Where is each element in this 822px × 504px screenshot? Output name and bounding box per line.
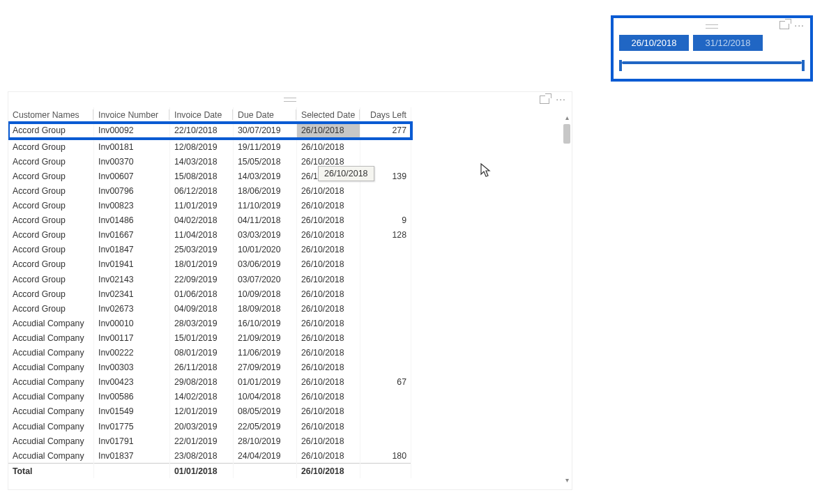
cell-days-left[interactable] [360,330,411,345]
cell-invoice-date[interactable]: 23/08/2018 [170,448,234,464]
focus-mode-icon[interactable] [540,96,549,104]
cell-invoice-date[interactable]: 15/08/2018 [170,169,234,183]
cell-invoice-date[interactable]: 22/09/2019 [170,272,234,287]
col-customer-names[interactable]: Customer Names [8,107,94,123]
slider-thumb-right[interactable] [802,60,805,71]
cell-selected-date[interactable]: 26/10/2018 [297,183,360,198]
cell-invoice[interactable]: Inv01941 [94,257,170,272]
cell-days-left[interactable] [360,434,411,448]
col-invoice-date[interactable]: Invoice Date [170,107,234,123]
cell-customer[interactable]: Accord Group [8,123,94,139]
cell-invoice[interactable]: Inv02143 [94,272,170,287]
cell-invoice[interactable]: Inv01549 [94,404,170,419]
table-row[interactable]: Accord GroupInv0166711/04/201803/03/2019… [8,228,411,243]
cell-due-date[interactable]: 11/06/2019 [234,346,297,360]
table-row[interactable]: Accudial CompanyInv0001028/03/201916/10/… [8,316,411,330]
cell-selected-date[interactable]: 26/10/2018 [297,419,360,434]
cell-invoice-date[interactable]: 28/03/2019 [170,316,234,330]
cell-customer[interactable]: Accord Group [8,228,94,243]
cell-invoice-date[interactable]: 11/01/2019 [170,199,234,213]
cell-invoice[interactable]: Inv01837 [94,448,170,464]
cell-customer[interactable]: Accudial Company [8,434,94,448]
cell-selected-date[interactable]: 26/10/2018 [297,272,360,287]
cell-days-left[interactable]: 277 [360,123,411,139]
slicer-header[interactable]: ··· [619,21,805,32]
cell-invoice-date[interactable]: 12/01/2019 [170,404,234,419]
table-row[interactable]: Accudial CompanyInv0042329/08/201801/01/… [8,375,411,390]
cell-selected-date[interactable]: 26/10/2018 [297,360,360,375]
cell-selected-date[interactable]: 26/10/2018 [297,448,360,464]
cell-customer[interactable]: Accudial Company [8,360,94,375]
cell-invoice-date[interactable]: 06/12/2018 [170,183,234,198]
col-invoice-number[interactable]: Invoice Number [94,107,170,123]
table-row[interactable]: Accord GroupInv0234101/06/201810/09/2018… [8,287,411,301]
cell-due-date[interactable]: 03/07/2020 [234,272,297,287]
cell-selected-date[interactable]: 26/10/2018 [297,228,360,243]
cell-selected-date[interactable]: 26/10/2018 [297,375,360,390]
slicer-end-date-input[interactable]: 31/12/2018 [693,35,763,51]
cell-customer[interactable]: Accord Group [8,139,94,155]
cell-days-left[interactable]: 9 [360,213,411,228]
cell-invoice[interactable]: Inv00181 [94,139,170,155]
cell-invoice-date[interactable]: 29/08/2018 [170,375,234,390]
table-header[interactable]: ··· [8,92,572,108]
table-row[interactable]: Accudial CompanyInv0011715/01/201921/09/… [8,330,411,345]
cell-due-date[interactable]: 21/09/2019 [234,330,297,345]
cell-due-date[interactable]: 18/09/2018 [234,301,297,316]
cell-selected-date[interactable]: 26/10/2018 [297,243,360,257]
cell-customer[interactable]: Accudial Company [8,330,94,345]
cell-days-left[interactable] [360,287,411,301]
scroll-down-arrow-icon[interactable]: ▾ [563,477,570,484]
cell-customer[interactable]: Accord Group [8,287,94,301]
cell-customer[interactable]: Accord Group [8,154,94,169]
cell-selected-date[interactable]: 26/10/2018 [297,301,360,316]
cell-selected-date[interactable]: 26/10/2018 [297,257,360,272]
cell-customer[interactable]: Accudial Company [8,390,94,404]
cell-invoice-date[interactable]: 20/03/2019 [170,419,234,434]
cell-invoice-date[interactable]: 14/03/2018 [170,154,234,169]
cell-invoice-date[interactable]: 26/11/2018 [170,360,234,375]
cell-selected-date[interactable]: 26/10/2018 [297,390,360,404]
cell-selected-date[interactable]: 26/10/2018 [297,330,360,345]
cell-due-date[interactable]: 15/05/2018 [234,154,297,169]
cell-days-left[interactable] [360,199,411,213]
cell-due-date[interactable]: 08/05/2019 [234,404,297,419]
cell-customer[interactable]: Accord Group [8,301,94,316]
cell-selected-date[interactable]: 26/10/2018 [297,139,360,155]
cell-customer[interactable]: Accord Group [8,199,94,213]
cell-invoice[interactable]: Inv02341 [94,287,170,301]
more-options-icon[interactable]: ··· [556,93,566,105]
cell-invoice-date[interactable]: 22/10/2018 [170,123,234,139]
cell-invoice[interactable]: Inv00092 [94,123,170,139]
cell-customer[interactable]: Accudial Company [8,316,94,330]
cell-due-date[interactable]: 03/06/2019 [234,257,297,272]
cell-invoice-date[interactable]: 12/08/2019 [170,139,234,155]
table-row[interactable]: Accudial CompanyInv0177520/03/201922/05/… [8,419,411,434]
table-row[interactable]: Accudial CompanyInv0022208/01/201911/06/… [8,346,411,360]
cell-invoice-date[interactable]: 08/01/2019 [170,346,234,360]
cell-days-left[interactable] [360,390,411,404]
cell-selected-date[interactable]: 26/10/2018 [297,346,360,360]
cell-due-date[interactable]: 14/03/2019 [234,169,297,183]
cell-invoice[interactable]: Inv02673 [94,301,170,316]
cell-invoice[interactable]: Inv00423 [94,375,170,390]
invoice-table-visual[interactable]: ··· Customer Names Invoice Number Invoic… [8,91,572,490]
invoice-table[interactable]: Customer Names Invoice Number Invoice Da… [8,107,411,478]
cell-days-left[interactable] [360,419,411,434]
cell-selected-date[interactable]: 26/10/2018 [297,213,360,228]
table-row[interactable]: Accord GroupInv0194118/01/201903/06/2019… [8,257,411,272]
cell-due-date[interactable]: 10/01/2020 [234,243,297,257]
table-row[interactable]: Accudial CompanyInv0030326/11/201827/09/… [8,360,411,375]
table-row[interactable]: Accord GroupInv0009222/10/201830/07/2019… [8,123,411,139]
cell-selected-date[interactable]: 26/10/2018 [297,123,360,139]
focus-mode-icon[interactable] [779,21,789,29]
cell-invoice-date[interactable]: 01/06/2018 [170,287,234,301]
cell-days-left[interactable] [360,404,411,419]
slicer-slider[interactable] [622,58,802,68]
cell-invoice-date[interactable]: 22/01/2019 [170,434,234,448]
scroll-up-arrow-icon[interactable]: ▴ [563,114,570,121]
cell-invoice[interactable]: Inv00607 [94,169,170,183]
col-selected-date[interactable]: Selected Date [297,107,360,123]
cell-invoice-date[interactable]: 25/03/2019 [170,243,234,257]
cell-days-left[interactable] [360,272,411,287]
